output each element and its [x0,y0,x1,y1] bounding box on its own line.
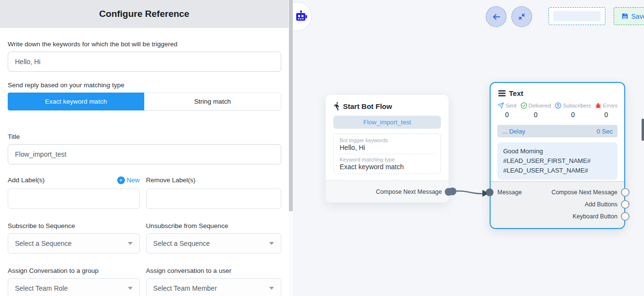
bug-icon [595,102,602,109]
send-icon [497,102,504,109]
add-buttons-handle[interactable] [621,200,630,209]
stats-row: Sent 0 Delivered 0 Subscribers [491,101,624,119]
stat-sent-value: 0 [505,111,509,119]
save-label: Save [631,13,644,20]
assign-group-label: Assign Conversation to a group [8,267,140,274]
subscribe-sequence-select[interactable]: Select a Sequence [8,233,140,254]
panel-scrollbar-thumb[interactable] [289,0,293,211]
bot-avatar-bubble[interactable] [293,2,312,31]
add-labels-label: Add Label(s) [8,176,45,184]
start-node-fields: Bot trigger keywords Hello, Hi Keyword m… [333,134,441,174]
unsubscribe-sequence-label: Unsubscribe from Sequence [146,222,281,229]
subscribers-icon [555,102,562,109]
compose-next-message-handle[interactable] [621,188,630,197]
walking-person-icon [333,102,340,110]
start-output-handle[interactable] [445,188,452,196]
labels-section: Add Label(s) + New Remove Label(s) [8,175,281,209]
stat-errors-label: Errors [603,103,617,108]
start-bot-flow-node[interactable]: Start Bot Flow Flow_import_test Bot trig… [326,95,449,202]
stat-errors-value: 0 [604,111,608,119]
fit-view-button[interactable] [511,6,532,27]
assign-user-placeholder: Select Team Member [153,284,217,292]
keywords-input[interactable]: Hello, Hi [8,52,281,72]
new-label-text: New [127,176,140,184]
check-circle-icon [521,102,527,109]
panel-scrollbar[interactable] [288,0,293,296]
arrow-left-icon [492,12,501,22]
trigger-keywords-label: Bot trigger keywords [340,137,435,143]
title-section: Title Flow_import_test [8,133,281,164]
chevron-down-icon [128,242,133,245]
message-preview[interactable]: Good Morning #LEAD_USER_FIRST_NAME# #LEA… [497,142,617,180]
assign-user-select[interactable]: Select Team Member [146,278,281,296]
matching-type-label: Keyword matching type [340,157,435,162]
title-input[interactable]: Flow_import_test [8,144,281,164]
back-button[interactable] [486,6,507,27]
new-label-button[interactable]: + New [117,176,140,184]
delay-row[interactable]: ... Delay 0 Sec [497,125,617,137]
stat-delivered-value: 0 [534,111,537,119]
message-input-label: Message [497,189,522,196]
delay-value: 0 Sec [597,128,613,135]
keywords-section: Write down the keywords for which the bo… [8,40,281,72]
add-labels-input[interactable] [8,188,140,209]
delay-label: ... Delay [502,128,525,135]
chevron-down-icon [269,242,274,245]
assign-user-label: Assign conversation to a user [146,267,281,274]
exact-keyword-match-button[interactable]: Exact keyword match [8,93,144,110]
matching-section: Send reply based on your matching type E… [8,81,281,110]
save-button[interactable]: Save [614,7,644,25]
chevron-down-icon [269,287,274,290]
save-icon [621,13,629,20]
stat-subscribers-label: Subscribers [563,103,591,108]
trigger-keywords-value: Hello, Hi [340,144,435,151]
compose-next-message-label: Compose Next Message [376,188,442,195]
stat-delivered-label: Delivered [529,103,551,108]
text-node-title: Text [509,89,523,97]
flow-name-button[interactable] [548,7,605,25]
matching-type-toggle: Exact keyword match String match [8,93,281,110]
compress-icon [518,13,526,21]
string-match-button[interactable]: String match [144,93,281,110]
message-input-handle[interactable] [486,188,493,196]
text-node-footer: Message Compose Next Message Add Buttons… [491,181,624,228]
stat-sent: Sent 0 [497,102,517,119]
chevron-down-icon [128,287,133,290]
start-node-footer: Compose Next Message [326,180,449,202]
matching-type-value: Exact keyword match [340,163,435,171]
remove-labels-input[interactable] [146,188,281,209]
stat-subscribers-value: 0 [571,111,575,119]
matching-label: Send reply based on your matching type [8,81,281,89]
text-message-node[interactable]: Text Sent 0 Delivered [490,82,625,229]
add-buttons-output-label: Add Buttons [585,201,617,208]
assign-group-placeholder: Select Team Role [15,284,68,292]
start-node-title: Start Bot Flow [343,102,392,110]
stat-sent-label: Sent [506,103,517,108]
stat-errors: Errors 0 [595,102,617,119]
subscribe-sequence-placeholder: Select a Sequence [15,240,72,247]
keywords-label: Write down the keywords for which the bo… [8,40,281,48]
sequence-section: Subscribe to Sequence Select a Sequence … [8,222,281,254]
plus-icon: + [117,176,125,184]
keyboard-button-handle[interactable] [621,212,630,221]
title-label: Title [8,133,281,140]
page-scrollbar-thumb[interactable] [642,119,644,141]
robot-icon [295,10,307,23]
flow-name-pill[interactable]: Flow_import_test [333,116,441,129]
unsubscribe-sequence-placeholder: Select a Sequence [153,240,210,247]
subscribe-sequence-label: Subscribe to Sequence [8,222,140,229]
remove-labels-label: Remove Label(s) [146,176,196,184]
configure-reference-panel: Configure Reference Write down the keywo… [0,0,288,296]
stat-delivered: Delivered 0 [521,102,551,119]
unsubscribe-sequence-select[interactable]: Select a Sequence [146,233,281,254]
stat-subscribers: Subscribers 0 [555,102,591,119]
panel-header: Configure Reference [0,0,288,28]
flow-name-redacted [553,11,601,21]
panel-title: Configure Reference [99,9,190,19]
drag-handle-icon[interactable] [498,90,506,96]
assign-group-select[interactable]: Select Team Role [8,278,140,296]
assign-section: Assign Conversation to a group Select Te… [8,267,281,296]
compose-next-message-output-label: Compose Next Message [551,189,617,196]
keyboard-button-output-label: Keyboard Button [573,213,617,220]
flow-canvas[interactable]: Save Start Bot Flow Flow_import_test Bot… [293,0,644,296]
